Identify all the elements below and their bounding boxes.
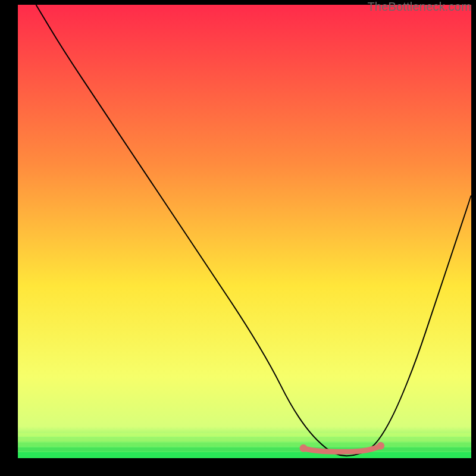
gradient-background: [18, 5, 471, 458]
svg-point-6: [377, 442, 384, 450]
chart-frame: TheBottleneck.com: [0, 0, 476, 476]
svg-point-5: [300, 444, 308, 452]
svg-rect-2: [18, 443, 471, 446]
svg-rect-1: [18, 438, 471, 441]
watermark-text: TheBottleneck.com: [367, 0, 471, 14]
svg-rect-3: [18, 447, 471, 451]
svg-rect-0: [18, 433, 471, 437]
svg-rect-4: [18, 452, 471, 458]
bottleneck-plot: [18, 5, 471, 458]
